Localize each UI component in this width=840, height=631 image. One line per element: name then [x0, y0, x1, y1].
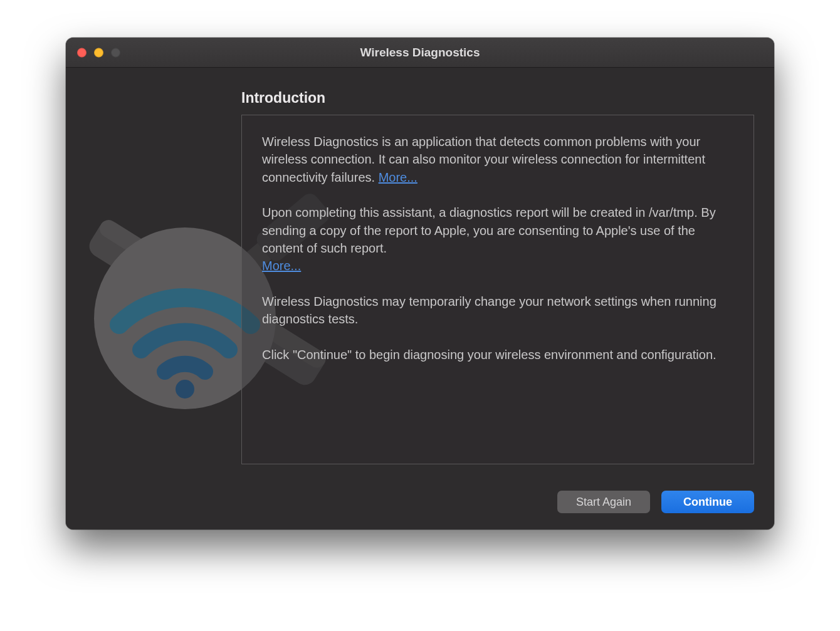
- svg-point-5: [176, 380, 194, 399]
- intro-paragraph-2: Upon completing this assistant, a diagno…: [262, 204, 733, 275]
- more-link-1[interactable]: More...: [379, 170, 417, 184]
- page-heading: Introduction: [241, 90, 325, 107]
- window-title: Wireless Diagnostics: [360, 46, 480, 60]
- close-window-button[interactable]: [77, 48, 87, 57]
- titlebar: Wireless Diagnostics: [66, 38, 774, 68]
- traffic-lights: [77, 48, 120, 57]
- intro-paragraph-1: Wireless Diagnostics is an application t…: [262, 133, 733, 186]
- footer-buttons: Start Again Continue: [557, 491, 754, 513]
- intro-paragraph-4: Click "Continue" to begin diagnosing you…: [262, 346, 733, 363]
- para1-text: Wireless Diagnostics is an application t…: [262, 135, 705, 184]
- content-area: Introduction Wireless Diagnostics is an …: [66, 68, 774, 529]
- intro-panel: Wireless Diagnostics is an application t…: [241, 115, 754, 464]
- minimize-window-button[interactable]: [94, 48, 103, 57]
- more-link-2[interactable]: More...: [262, 259, 301, 273]
- wireless-diagnostics-window: Wireless Diagnostics Introdu: [66, 38, 774, 529]
- continue-button[interactable]: Continue: [661, 491, 754, 513]
- intro-paragraph-3: Wireless Diagnostics may temporarily cha…: [262, 293, 733, 328]
- start-again-button[interactable]: Start Again: [557, 491, 650, 513]
- para2-text: Upon completing this assistant, a diagno…: [262, 206, 716, 255]
- zoom-window-button: [111, 48, 120, 57]
